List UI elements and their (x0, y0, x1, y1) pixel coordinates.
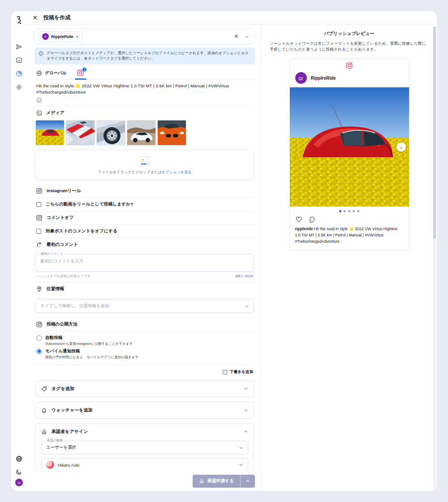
tags-card-title: タグを追加 (52, 386, 239, 392)
approver-user-select[interactable]: Hikaru Aoki (41, 458, 248, 471)
emoji-picker-icon[interactable] (36, 97, 42, 103)
chevron-down-icon (239, 446, 243, 450)
watchers-card: ウォッチャーを追加 (35, 402, 254, 419)
auto-publish-radio[interactable] (36, 335, 42, 341)
location-placeholder: タイプして検索し、位置情報を追加 (40, 303, 109, 309)
reels-checkbox-label: こちらの動画をリールとして投稿しますか? (46, 202, 133, 207)
chevron-down-icon (239, 463, 243, 467)
approval-type-label: 承認の種類 (45, 439, 64, 442)
media-thumbnail-white-car[interactable] (127, 120, 156, 146)
approval-type-value: ユーザーを選択 (46, 445, 76, 451)
language-globe-icon[interactable] (15, 455, 23, 463)
clear-profiles-icon[interactable]: ✕ (234, 34, 238, 39)
auto-publish-label: 自動投稿 (45, 335, 62, 341)
media-icon (36, 110, 42, 116)
draft-checkbox-row[interactable]: 下書きを追加 (34, 365, 255, 376)
tab-global-label: グローバル (45, 70, 66, 76)
statusbrew-logo-icon[interactable] (15, 16, 22, 25)
settings-gear-icon[interactable] (15, 83, 23, 91)
mobile-notify-label: モバイル通知投稿 (45, 348, 80, 354)
reports-icon[interactable] (15, 69, 23, 77)
compose-footer: 承認申請する (26, 471, 261, 491)
media-thumbnail-car-row[interactable] (66, 120, 95, 146)
approver-card-body: 承認の種類 ユーザーを選択 Hikaru Aoki (41, 440, 248, 471)
chevron-down-icon (244, 386, 248, 391)
file-dropzone[interactable]: ファイルをドラッグとドロップまたはオプションを見る (35, 150, 254, 180)
comments-off-section-row: コメントオフ (34, 211, 255, 224)
preview-panel: パブリッシュプレビュー ソーシャルネットワークは常にフォーマットを変更しているた… (262, 25, 437, 491)
publish-icon[interactable] (15, 43, 23, 51)
photo-stack-icon (137, 155, 152, 168)
profile-selector[interactable]: RippleRide ✕ ✕ (34, 29, 255, 44)
preview-title: パブリッシュプレビュー (270, 30, 429, 37)
preview-post-image: › (290, 87, 409, 206)
carousel-dots[interactable] (290, 206, 409, 214)
first-comment-field[interactable]: 最初のコメント 最初のコメントを入力 (35, 254, 254, 272)
media-section-header: メディア (34, 106, 255, 119)
reels-title: Instagramリール (47, 188, 81, 194)
location-search-input[interactable]: タイプして検索し、位置情報を追加 (35, 299, 254, 313)
chip-remove-icon[interactable]: ✕ (76, 34, 79, 39)
instagram-icon (36, 215, 42, 221)
comments-off-checkbox-row[interactable]: 対象ポストのコメントをオフにする (34, 224, 255, 238)
chevron-down-icon (245, 304, 249, 309)
scrollbar[interactable] (433, 26, 436, 488)
first-comment-placeholder[interactable]: 最初のコメントを入力 (40, 258, 249, 264)
like-heart-icon[interactable] (295, 216, 302, 223)
dropzone-text: ファイルをドラッグとドロップまたは (98, 170, 161, 174)
info-banner-text: グローバルタブのテキストとメディアが、選択したソーシャルプロファイルにコピーされ… (47, 51, 251, 61)
media-thumbnails (34, 119, 255, 150)
composer-text[interactable]: Hit the road in style 🌟 2022 VW Virtus H… (36, 83, 247, 96)
reels-checkbox-row[interactable]: こちらの動画をリールとして投稿しますか? (34, 197, 255, 211)
close-icon[interactable]: ✕ (33, 15, 38, 21)
first-comment-icon (36, 242, 42, 248)
engage-inbox-icon[interactable] (15, 56, 23, 64)
app-window: ✕ 投稿を作成 RippleRide ✕ (11, 11, 437, 491)
tags-card-header[interactable]: タグを追加 (41, 381, 248, 397)
dark-mode-moon-icon[interactable] (15, 468, 23, 476)
reels-checkbox[interactable] (36, 202, 41, 207)
hikaru-aoki-avatar (46, 461, 54, 469)
approver-card-header[interactable]: 承認者をアサイン (41, 424, 248, 440)
button-chevron-up[interactable] (241, 475, 255, 488)
hashtag-helper-row: ハッシュタグの追加は30個までです #残り:30/30 (34, 272, 255, 282)
media-thumbnail-orange-car[interactable] (157, 120, 186, 146)
tag-icon (41, 386, 47, 392)
mobile-notify-radio[interactable] (36, 349, 42, 354)
approval-stamp-icon (199, 478, 204, 484)
draft-checkbox[interactable] (223, 370, 227, 374)
approver-card: 承認者をアサイン 承認の種類 ユーザーを選択 Hikaru Ao (35, 423, 254, 471)
tab-global[interactable]: グローバル (36, 70, 66, 79)
publish-method-section-row: 投稿の公開方法 (34, 318, 255, 331)
approval-type-select[interactable]: 承認の種類 ユーザーを選択 (41, 441, 248, 455)
mobile-notify-desc: 投稿の予約時間になると、モバイルアプリに通知が届きます (45, 355, 253, 360)
profile-chip[interactable]: RippleRide ✕ (39, 31, 82, 42)
publish-method-options: 自動投稿 Statusbrewから直接Instagramに公開することができます… (34, 331, 255, 365)
option-rows: Instagramリール こちらの動画をリールとして投稿しますか? コメントオフ (34, 184, 255, 251)
chevron-up-icon (244, 429, 248, 434)
instagram-icon (36, 322, 42, 327)
composer[interactable]: Hit the road in style 🌟 2022 VW Virtus H… (34, 80, 255, 106)
chevron-down-icon[interactable] (245, 34, 249, 39)
hashtag-counter: #残り:30/30 (235, 274, 253, 279)
location-section-row: 位置情報 (34, 282, 255, 296)
approver-user-name: Hikaru Aoki (58, 463, 235, 468)
media-thumbnail-wheel[interactable] (96, 120, 125, 146)
carousel-next-button[interactable]: › (396, 142, 406, 152)
comments-off-checkbox[interactable] (36, 229, 41, 234)
request-approval-button[interactable]: 承認申請する (193, 475, 255, 488)
global-icon (36, 70, 42, 76)
media-thumbnail-red-beetle[interactable] (35, 120, 65, 146)
watchers-card-header[interactable]: ウォッチャーを追加 (41, 402, 248, 418)
mobile-notify-option[interactable]: モバイル通知投稿 (36, 348, 253, 354)
account-avatar[interactable] (15, 479, 23, 486)
auto-publish-option[interactable]: 自動投稿 (36, 335, 253, 341)
first-comment-field-label: 最初のコメント (39, 252, 65, 255)
network-tabs: グローバル 1 (34, 66, 255, 80)
dropzone-options-link[interactable]: オプションを見る (162, 170, 192, 174)
draft-checkbox-label: 下書きを追加 (230, 369, 253, 375)
first-comment-title: 最初のコメント (47, 242, 78, 248)
comment-bubble-icon[interactable] (308, 216, 315, 223)
tab-instagram[interactable]: 1 (77, 69, 84, 79)
preview-caption: rippleride Hit the road in style 🌟 2022 … (290, 224, 409, 250)
